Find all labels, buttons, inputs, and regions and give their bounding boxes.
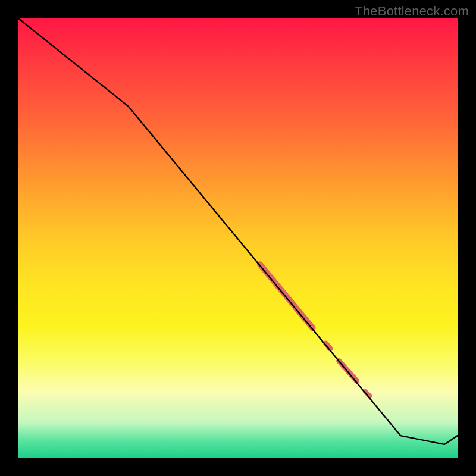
watermark-text: TheBottleneck.com bbox=[355, 4, 469, 19]
highlight-segment bbox=[260, 264, 313, 328]
chart-frame: TheBottleneck.com bbox=[0, 0, 476, 476]
chart-svg bbox=[18, 18, 458, 458]
highlight-layer bbox=[260, 264, 370, 396]
bottleneck-line bbox=[18, 18, 458, 444]
